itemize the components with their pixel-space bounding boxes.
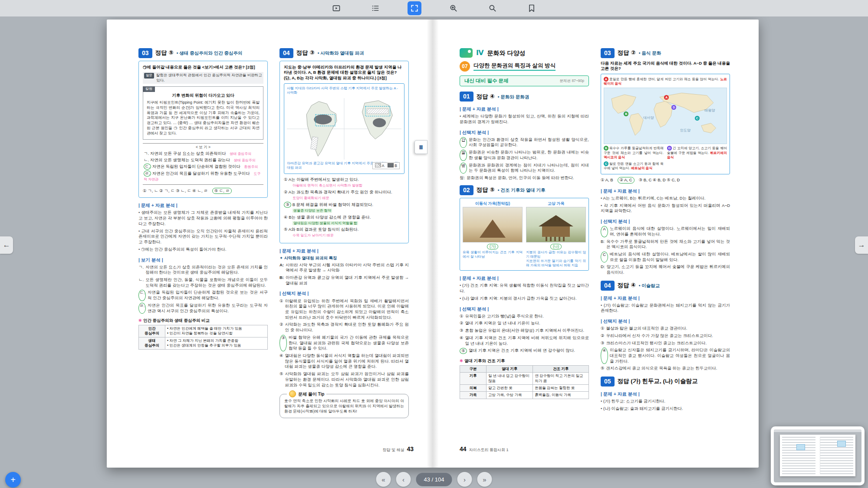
bogi-item: ㄹ. 자연은 인간의 목표를 달성하기 위한 유용한 도구이다 도구적 자연관	[144, 170, 263, 182]
bogi-header: < 보 기 >	[144, 145, 263, 150]
analysis-item: A는 노르웨이, B는 튀르키예, C는 베트남, D는 칠레이다.	[601, 196, 730, 201]
feature-title: ✦ 사막화와 열대림 파괴의 특징	[279, 255, 409, 261]
bogi-mark: ㄴ.	[144, 157, 149, 162]
workbook-page-range: 문제편 87~90p	[560, 79, 584, 83]
page-footer-right: 44 자이스토리 통합사회 1	[460, 445, 509, 453]
bookmark-icon[interactable]	[525, 1, 539, 15]
question-box: ㉠에 들어갈 내용으로 옳은 것을 <보기>에서 고른 것은? [2점] 발문 …	[138, 61, 268, 198]
right-column-2: 03 정답 ② • 음식 문화 다음 자료는 세계 주요 국가의 음식에 대한 …	[601, 48, 730, 443]
photo-annotation: 지붕의 경사가 급한 이유는 강수량이 많기 때문임	[526, 250, 586, 259]
choice-analysis-item: ④ 열대 기후 지역은 건조 기후 지역에 비해 저위도에 위치해 있으므로 일…	[460, 335, 589, 346]
previous-page-button[interactable]: ‹	[396, 472, 411, 487]
book-spread: 03 정답 ⑤ • 생태 중심주의와 인간 중심주의 ㉠에 들어갈 내용으로 옳…	[107, 20, 759, 468]
fullscreen-icon[interactable]	[408, 1, 421, 15]
choice-analysis-item: ③ 바젤 협약은 유해 폐기물의 국가 간 이동에 관한 규제를 목적으로 한다…	[279, 335, 409, 351]
column-excerpt: 칼럼 기후 변화의 위협이 다가오고 있다 지구에 티핑포인트(Tipping …	[143, 86, 263, 140]
column-body: 지구에 티핑포인트(Tipping Point: 예기치 못한 일이 한꺼번에 …	[147, 100, 260, 136]
chapter-title: 문화와 다양성	[487, 49, 526, 57]
analysis-header: | 문제 + 자료 분석 |	[460, 275, 589, 281]
choice-analysis-item: ② 열대 기후 지역은 일 년 내내 기온이 높다.	[460, 321, 589, 326]
column-tag: 칼럼	[143, 86, 155, 92]
choice-analysis-item: B: 옥수수 가루로 둥글넓적하게 만든 것에 채소와 고기를 넣어 먹는 것은…	[601, 239, 730, 250]
choice-analysis-item: D: 양고기, 소고기 등을 꼬치에 꿰어서 숯불에 구운 케밥은 튀르키예의 …	[601, 264, 730, 275]
choice-analysis-item: 병 문화권과 문화권의 경계에는 점이 지대가 나타나는데, 점이 지대는 두 …	[460, 163, 589, 174]
first-page-button[interactable]: «	[376, 472, 391, 487]
question-block-03: 03 정답 ⑤ • 생태 중심주의와 인간 중심주의 ㉠에 들어갈 내용으로 옳…	[138, 48, 268, 350]
annotation: 생물종 다양성 보존 협약	[293, 209, 332, 213]
ocean-label-pacific: 태평양	[704, 108, 715, 113]
thumbnail-screen	[774, 429, 861, 482]
chapter-roman: Ⅳ	[476, 48, 484, 57]
table-row: 생태 중심주의 • 자연 그 자체가 지닌 본래의 가치를 존중함 • 인간은 …	[139, 337, 268, 349]
bogi-mark: ㄹ.	[144, 170, 151, 177]
analysis-item: (가) 이슬람교: 이슬람교 문화권에서는 돼지고기를 먹지 않는 금기가 존재…	[601, 303, 730, 314]
lesson-title: 다양한 문화권의 특징과 삶의 방식	[473, 62, 556, 71]
topic-label: • 문화와 문화권	[498, 94, 529, 100]
answer-options: ① ㄱ, ㄴ ② ㄱ, ㄷ ③ ㄴ, ㄷ ④ ㄴ, ㄹ ⑤ ㄷ, ㄹ	[143, 188, 263, 194]
prev-spread-button[interactable]: ←	[0, 236, 13, 254]
photo-title: 고상 가옥	[526, 201, 586, 206]
page-navigator: « ‹ 43 / 104 › »	[376, 472, 492, 487]
map-note-a: A호밀로 만든 빵에 훈제한 연어, 얇게 저민 고기와 채소 등을 얹어 먹는…	[604, 77, 727, 86]
map-note-d: D긴 꼬치에 양고기, 소고기 등을 꿰어 숯불에 구운 케밥을 먹는다. 튀르…	[667, 146, 727, 159]
annotation: 환원주의	[244, 165, 258, 169]
bogi-list: ㄱ. 자연의 모든 구성 요소는 상호 의존적이다 생태 중심주의 ㄴ. 자연의…	[144, 151, 263, 182]
choice-analysis-item: ⑤ 열대 기후 지역은 건조 기후 지역에 비해 연 강수량이 많다.	[460, 348, 589, 354]
zoom-in-icon[interactable]	[447, 1, 460, 15]
search-icon[interactable]	[486, 1, 500, 15]
table-row: 기후 일 년 내내 덥고 강수량이 많음 연 강수량이 적고 기온의 일교차가 …	[460, 373, 589, 385]
answer-label: 정답 (가) 힌두교, (나) 이슬람교	[618, 377, 698, 385]
answer-label: 정답 ②	[618, 49, 636, 57]
choice-analysis-item: ⑤ 사막화와 열대림 파괴는 모두 삼림 파괴가 원인이거나 삼림 파괴를 유발…	[279, 371, 409, 388]
topic-label: • 생태 중심주의와 인간 중심주의	[177, 50, 243, 56]
question-block-02: 02 정답 ⑤ • 건조 기후와 열대 기후 이동식 가옥(천막집) (가) 유…	[460, 185, 589, 399]
map-marker-d: D	[671, 105, 676, 110]
media-icon[interactable]	[329, 1, 343, 15]
topic-label: • 음식 문화	[639, 50, 661, 56]
last-page-button[interactable]: »	[477, 472, 492, 487]
thumbnail-page-left	[782, 437, 815, 474]
south-america-africa-map	[287, 96, 401, 161]
annotation: 수목 밀도가 낮아지기 때문	[293, 233, 334, 237]
question-number: 02	[460, 185, 473, 195]
thumbnail-map-chip	[796, 444, 805, 450]
choice-analysis-item: A 노르웨이의 음식에 대한 설명이다. 노르웨이에서는 밀이 재배되며, 연어…	[601, 226, 730, 237]
photo-badge: (나)	[550, 244, 562, 249]
page-number: 43	[407, 445, 414, 452]
choice-analysis-item: ① 불상과 탑은 불교의 대표적인 종교 경관이다.	[601, 326, 730, 331]
bogi-mark: ㄱ.	[144, 151, 149, 156]
house-photos: 이동식 가옥(천막집) (가) 유목 생활이 이루어지는 건조 기후 지역에서 …	[460, 198, 589, 271]
add-button[interactable]: +	[5, 472, 21, 488]
tip-title: 문제 풀이 Tip	[298, 391, 324, 397]
page-indicator: 43 / 104	[416, 473, 452, 486]
section-bookmark-tab[interactable]: Ⅲ	[414, 140, 427, 154]
choice-analysis-item: ① 아랄해로 유입되는 하천 주변에서 목화와 밀 재배가 활발해지면서 하천의…	[279, 298, 409, 321]
choice-analysis-item: 갑 문화는 인간과 환경이 상호 작용을 하면서 형성된 생활 양식으로, 사회…	[460, 137, 589, 148]
analysis-list: 생태주의는 모든 생명체가 그 자체로 존중받을 내재적 가치를 지닌다고 보고…	[138, 210, 268, 252]
chapter-header: Ⅳ 문화와 다양성	[460, 48, 589, 58]
choice-analysis-item: ④ 이슬람교 신자들은 돼지고기를 금기시하며, 라마단은 이슬람교의 대표적인…	[601, 347, 730, 364]
lesson-header: 07 다양한 문화권의 특징과 삶의 방식	[460, 61, 589, 72]
tip-body: 호수 면적 축소로 인한 사막화의 사례로 차드 호 외에 중앙 아시아의 아랄…	[284, 399, 404, 414]
answer-label: 정답 ⑤	[477, 186, 495, 194]
question-text: 지도는 중·남부 아메리카와 아프리카의 환경 문제 발생 지역을 나타낸 것이…	[284, 65, 404, 81]
map-marker-a: A	[664, 95, 669, 100]
feature-item: A: 사하라 사막 부근의 사헬 지대와 아타카마 사막 주변의 스텝 기후 지…	[279, 262, 409, 273]
choice-analysis-list: 갑 문화는 인간과 환경이 상호 작용을 하면서 형성된 생활 양식으로, 사회…	[460, 137, 589, 181]
thumbnail-map-chip-2	[837, 441, 846, 447]
bogi-analysis-list: ㄱ. 자연의 모든 요소가 상호 의존적이라는 것은 모든 존재의 가치를 인정…	[138, 265, 268, 314]
next-spread-button[interactable]: →	[855, 236, 868, 254]
topic-label: • 사막화와 열대림 파괴	[318, 50, 364, 56]
spread-thumbnail[interactable]	[771, 426, 865, 485]
analysis-list: 세계에는 다양한 문화가 형성되어 있고, 산맥, 하천 등의 지형에 따라 문…	[460, 114, 589, 124]
photo-annotation: 유목 생활이 이루어지는 건조 기후 지역에서 잘 나타남	[463, 250, 523, 259]
toc-icon[interactable]	[368, 1, 382, 15]
answer-label: 정답 ⑤	[155, 49, 174, 57]
answer-label: 정답 ④	[618, 282, 636, 289]
question-block-04: 04 정답 ③ • 사막화와 열대림 파괴 지도는 중·남부 아메리카와 아프리…	[279, 48, 409, 418]
analysis-item: (가) 건조 기후 지역: 유목 생활에 적합한 이동식 천막집을 짓고 살아간…	[460, 283, 589, 294]
table-row: 의복 얇고 간편한 옷 온몸을 감싸는 헐렁한 옷	[460, 385, 589, 392]
analysis-item: (가) 힌두교: 소고기를 금기시한다.	[601, 399, 730, 404]
map-legend: A B	[372, 162, 400, 169]
next-page-button[interactable]: ›	[457, 472, 472, 487]
